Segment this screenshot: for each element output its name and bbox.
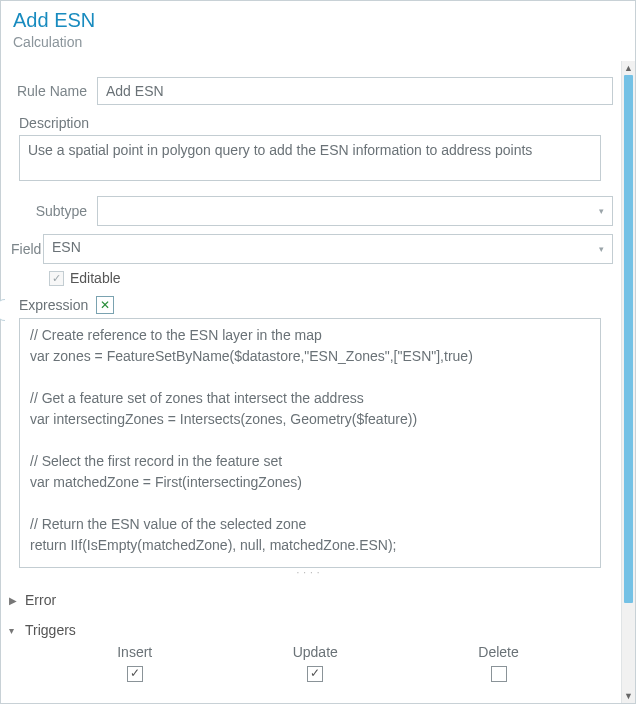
trigger-col-update: Update	[293, 644, 338, 682]
description-label: Description	[19, 115, 601, 131]
error-section-label: Error	[25, 592, 56, 608]
editable-row: Editable	[49, 270, 613, 286]
scroll-down-arrow-icon[interactable]: ▼	[622, 689, 635, 703]
rule-name-input[interactable]	[97, 77, 613, 105]
chevron-down-icon: ▾	[599, 206, 604, 216]
field-indicator-icon	[1, 299, 5, 321]
editable-checkbox	[49, 271, 64, 286]
trigger-insert-label: Insert	[117, 644, 152, 660]
expression-icon: ✕	[100, 298, 110, 312]
expression-label: Expression	[19, 297, 88, 313]
form-scroll-area: Rule Name Description Use a spatial poin…	[1, 61, 621, 703]
vertical-scrollbar[interactable]: ▲ ▼	[621, 61, 635, 703]
trigger-delete-checkbox[interactable]	[491, 666, 507, 682]
expression-builder-button[interactable]: ✕	[96, 296, 114, 314]
field-value: ESN	[52, 239, 81, 255]
panel-subtitle: Calculation	[13, 34, 623, 50]
trigger-update-checkbox[interactable]	[307, 666, 323, 682]
triggers-body: Insert Update Delete	[7, 642, 613, 686]
trigger-col-delete: Delete	[478, 644, 518, 682]
triggers-section-label: Triggers	[25, 622, 76, 638]
add-rule-panel: Add ESN Calculation Rule Name Descriptio…	[0, 0, 636, 704]
description-input[interactable]: Use a spatial point in polygon query to …	[19, 135, 601, 181]
expression-editor[interactable]: // Create reference to the ESN layer in …	[19, 318, 601, 568]
subtype-select[interactable]: ▾	[97, 196, 613, 226]
chevron-down-icon: ▾	[9, 625, 19, 636]
error-section-header[interactable]: ▶ Error	[9, 592, 611, 608]
field-row: Field ESN ▾	[7, 234, 613, 264]
triggers-section-header[interactable]: ▾ Triggers	[9, 622, 611, 638]
trigger-delete-label: Delete	[478, 644, 518, 660]
rule-name-row: Rule Name	[7, 77, 613, 105]
trigger-update-label: Update	[293, 644, 338, 660]
scroll-thumb[interactable]	[624, 75, 633, 603]
subtype-row: Subtype ▾	[7, 196, 613, 226]
field-label: Field	[7, 241, 43, 257]
resize-handle[interactable]: ····	[19, 570, 601, 578]
trigger-insert-checkbox[interactable]	[127, 666, 143, 682]
panel-header: Add ESN Calculation	[1, 1, 635, 54]
field-select[interactable]: ESN ▾	[43, 234, 613, 264]
scroll-up-arrow-icon[interactable]: ▲	[622, 61, 635, 75]
subtype-label: Subtype	[7, 203, 97, 219]
rule-name-label: Rule Name	[7, 83, 97, 99]
chevron-down-icon: ▾	[599, 244, 604, 254]
trigger-col-insert: Insert	[117, 644, 152, 682]
panel-title: Add ESN	[13, 9, 623, 32]
chevron-right-icon: ▶	[9, 595, 19, 606]
editable-label: Editable	[70, 270, 121, 286]
